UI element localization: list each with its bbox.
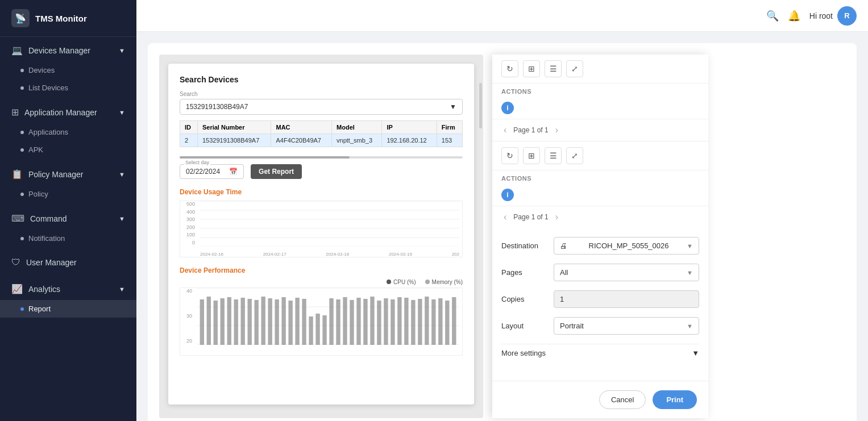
cell-serial: 15329191308B49A7 [197, 134, 271, 147]
cancel-button[interactable]: Cancel [599, 390, 646, 409]
svg-rect-43 [425, 297, 429, 345]
layout-row: Layout Portrait ▼ [501, 317, 699, 335]
sidebar-item-report[interactable]: Report [0, 300, 136, 318]
preview-scrollbar[interactable] [479, 83, 482, 128]
svg-rect-39 [397, 297, 401, 345]
next-page-btn-1[interactable]: › [553, 124, 560, 136]
svg-rect-17 [248, 299, 252, 345]
dialog-footer: Cancel Print [492, 381, 708, 418]
list-view-button-2[interactable]: ☰ [545, 147, 562, 164]
content-area: Search Devices Search 15329191308B49A7 ▼ [136, 32, 868, 421]
preview-container: Search Devices Search 15329191308B49A7 ▼ [159, 55, 845, 418]
svg-rect-38 [391, 299, 394, 345]
print-button[interactable]: Print [653, 390, 697, 409]
table-row: 2 15329191308B49A7 A4F4C20B49A7 vnptt_sm… [180, 134, 463, 147]
sidebar-section-user: 🛡 User Manager [0, 249, 136, 276]
sidebar-group-devices-manager[interactable]: 💻 Devices Manager ▼ [0, 39, 136, 61]
refresh-button-1[interactable]: ↻ [501, 60, 518, 77]
actions-label-1: Actions [492, 84, 708, 97]
list-view-button-1[interactable]: ☰ [545, 60, 562, 77]
sidebar-item-notification-dot [20, 237, 24, 240]
next-page-btn-2[interactable]: › [553, 211, 560, 223]
usage-chart-area: 5004003002001000 [180, 201, 463, 257]
svg-rect-46 [445, 301, 449, 345]
sidebar-item-policy[interactable]: Policy [0, 185, 136, 203]
layout-select[interactable]: Portrait ▼ [554, 317, 699, 335]
layout-chevron: ▼ [687, 323, 693, 330]
sidebar-item-applications-label: Applications [28, 128, 68, 136]
svg-rect-23 [288, 301, 292, 345]
policy-manager-icon: 📋 [11, 169, 23, 180]
cell-model: vnptt_smb_3 [332, 134, 382, 147]
pages-label: Pages [501, 268, 547, 277]
app-manager-icon: ⊞ [11, 107, 19, 118]
sidebar-item-report-label: Report [28, 305, 51, 313]
col-mac: MAC [271, 121, 332, 134]
copies-input[interactable]: 1 [554, 290, 699, 308]
avatar-initials: R [844, 11, 849, 20]
info-icon-1[interactable]: i [501, 102, 514, 114]
sidebar-item-apk[interactable]: APK [0, 141, 136, 159]
copies-row: Copies 1 [501, 290, 699, 308]
sidebar-item-devices-label: Devices [28, 66, 55, 74]
sidebar-item-apk-label: APK [28, 145, 43, 154]
col-id: ID [180, 121, 198, 134]
dialog-toolbar-1: ↻ ⊞ ☰ ⤢ [492, 55, 708, 84]
command-chevron: ▼ [119, 215, 125, 222]
prev-page-btn-1[interactable]: ‹ [501, 124, 509, 136]
sidebar-item-devices[interactable]: Devices [0, 61, 136, 79]
svg-rect-29 [329, 298, 333, 345]
destination-chevron: ▼ [687, 243, 693, 249]
grid-view-button-2[interactable]: ⊞ [523, 147, 540, 164]
fullscreen-button-2[interactable]: ⤢ [566, 147, 583, 164]
sidebar-item-notification[interactable]: Notification [0, 230, 136, 247]
destination-label: Destination [501, 241, 547, 250]
sidebar-group-policy-manager[interactable]: 📋 Policy Manager ▼ [0, 163, 136, 185]
analytics-icon: 📈 [11, 284, 23, 294]
more-settings-row[interactable]: More settings ▼ [501, 344, 699, 362]
refresh-button-2[interactable]: ↻ [501, 147, 518, 164]
sidebar-group-app-manager[interactable]: ⊞ Application Manager ▼ [0, 101, 136, 123]
sidebar-item-applications[interactable]: Applications [0, 123, 136, 141]
devices-manager-icon: 💻 [11, 45, 23, 56]
get-report-button[interactable]: Get Report [251, 164, 302, 179]
svg-rect-33 [356, 298, 360, 345]
svg-rect-28 [322, 315, 326, 345]
grid-view-button-1[interactable]: ⊞ [523, 60, 540, 77]
calendar-icon: 📅 [229, 168, 238, 176]
search-icon[interactable]: 🔍 [766, 10, 779, 22]
prev-page-btn-2[interactable]: ‹ [501, 211, 509, 223]
destination-select[interactable]: 🖨 RICOH_MP_5055_0026 ▼ [554, 237, 699, 255]
perf-chart-svg [197, 288, 459, 345]
sidebar-item-notification-label: Notification [28, 234, 65, 243]
date-row: Select day 02/22/2024 📅 Get Report [180, 164, 463, 179]
sidebar-item-list-devices[interactable]: List Devices [0, 79, 136, 97]
svg-rect-42 [418, 299, 422, 345]
user-manager-icon: 🛡 [11, 257, 20, 268]
print-form: Destination 🖨 RICOH_MP_5055_0026 ▼ Pages [492, 228, 708, 371]
sidebar-item-list-devices-label: List Devices [28, 84, 68, 92]
sidebar-section-analytics: 📈 Analytics ▼ Report [0, 276, 136, 320]
notifications-icon[interactable]: 🔔 [788, 10, 800, 22]
sidebar-group-command[interactable]: ⌨ Command ▼ [0, 207, 136, 230]
sidebar-item-devices-dot [20, 69, 24, 72]
dialog-toolbar-2: ↻ ⊞ ☰ ⤢ [492, 141, 708, 170]
svg-rect-41 [411, 300, 415, 345]
usage-chart-section: Device Usage Time 5004003002001000 [180, 188, 463, 257]
sidebar-section-command: ⌨ Command ▼ Notification [0, 205, 136, 249]
search-label: Search [180, 91, 463, 97]
fullscreen-button-1[interactable]: ⤢ [566, 60, 583, 77]
pages-select[interactable]: All ▼ [554, 264, 699, 281]
svg-rect-16 [241, 298, 245, 345]
sidebar-group-analytics[interactable]: 📈 Analytics ▼ [0, 278, 136, 300]
sidebar-group-user-manager[interactable]: 🛡 User Manager [0, 252, 136, 273]
search-value: 15329191308B49A7 [186, 103, 248, 111]
pages-chevron: ▼ [687, 269, 693, 276]
search-devices-section: Search Devices Search 15329191308B49A7 ▼ [180, 75, 463, 179]
info-icon-2[interactable]: i [501, 189, 514, 201]
date-input-wrapper: Select day 02/22/2024 📅 [180, 164, 244, 179]
memory-legend: Memory (%) [425, 279, 463, 285]
svg-rect-24 [295, 298, 299, 345]
sidebar-item-policy-dot [20, 193, 24, 196]
sidebar-section-devices: 💻 Devices Manager ▼ Devices List Devices [0, 37, 136, 99]
